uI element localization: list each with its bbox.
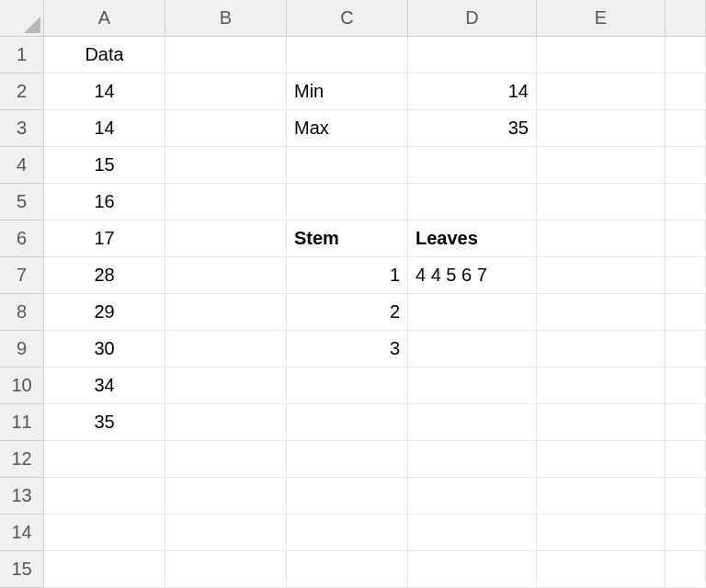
row-header-5[interactable]: 5	[0, 184, 44, 220]
cell-D11[interactable]	[408, 404, 537, 441]
cell-C8[interactable]: 2	[287, 294, 408, 331]
cell-D5[interactable]	[408, 184, 537, 220]
col-header-D[interactable]: D	[408, 0, 537, 37]
cell-C9[interactable]: 3	[287, 331, 408, 368]
col-header-extra[interactable]	[666, 0, 706, 37]
cell-A6[interactable]: 17	[44, 220, 165, 257]
cell-C7[interactable]: 1	[287, 257, 408, 294]
spreadsheet-grid[interactable]: ABCDE1Data214Min14314Max35415516617StemL…	[0, 0, 706, 588]
cell-B15[interactable]	[165, 551, 287, 588]
row-header-14[interactable]: 14	[0, 514, 44, 551]
cell-D14[interactable]	[408, 514, 537, 551]
cell-A4[interactable]: 15	[44, 147, 165, 184]
cell-B9[interactable]	[165, 331, 287, 368]
cell-A2[interactable]: 14	[44, 74, 165, 110]
cell-extra-12[interactable]	[666, 441, 706, 478]
cell-C13[interactable]	[287, 478, 408, 514]
cell-E13[interactable]	[537, 478, 666, 514]
row-header-3[interactable]: 3	[0, 110, 44, 147]
cell-D8[interactable]	[408, 294, 537, 331]
cell-A7[interactable]: 28	[44, 257, 165, 294]
row-header-4[interactable]: 4	[0, 147, 44, 184]
cell-extra-10[interactable]	[666, 368, 706, 404]
cell-D6[interactable]: Leaves	[408, 220, 537, 257]
cell-E9[interactable]	[537, 331, 666, 368]
cell-A10[interactable]: 34	[44, 368, 165, 404]
cell-C12[interactable]	[287, 441, 408, 478]
cell-A13[interactable]	[44, 478, 165, 514]
row-header-10[interactable]: 10	[0, 368, 44, 404]
cell-D15[interactable]	[408, 551, 537, 588]
row-header-15[interactable]: 15	[0, 551, 44, 588]
cell-D9[interactable]	[408, 331, 537, 368]
row-header-11[interactable]: 11	[0, 404, 44, 441]
cell-A5[interactable]: 16	[44, 184, 165, 220]
select-all-corner[interactable]	[0, 0, 44, 37]
cell-extra-15[interactable]	[666, 551, 706, 588]
cell-A11[interactable]: 35	[44, 404, 165, 441]
row-header-7[interactable]: 7	[0, 257, 44, 294]
cell-C4[interactable]	[287, 147, 408, 184]
col-header-A[interactable]: A	[44, 0, 165, 37]
row-header-6[interactable]: 6	[0, 220, 44, 257]
cell-E10[interactable]	[537, 368, 666, 404]
cell-E6[interactable]	[537, 220, 666, 257]
cell-E4[interactable]	[537, 147, 666, 184]
cell-extra-9[interactable]	[666, 331, 706, 368]
cell-D12[interactable]	[408, 441, 537, 478]
cell-A8[interactable]: 29	[44, 294, 165, 331]
cell-C6[interactable]: Stem	[287, 220, 408, 257]
cell-A12[interactable]	[44, 441, 165, 478]
cell-D2[interactable]: 14	[408, 74, 537, 110]
col-header-E[interactable]: E	[537, 0, 666, 37]
cell-extra-14[interactable]	[666, 514, 706, 551]
cell-A1[interactable]: Data	[44, 37, 165, 74]
cell-extra-1[interactable]	[666, 37, 706, 74]
row-header-12[interactable]: 12	[0, 441, 44, 478]
cell-E1[interactable]	[537, 37, 666, 74]
cell-D13[interactable]	[408, 478, 537, 514]
cell-D4[interactable]	[408, 147, 537, 184]
cell-A3[interactable]: 14	[44, 110, 165, 147]
cell-extra-5[interactable]	[666, 184, 706, 220]
cell-D7[interactable]: 4 4 5 6 7	[408, 257, 537, 294]
cell-B2[interactable]	[165, 74, 287, 110]
cell-B5[interactable]	[165, 184, 287, 220]
cell-extra-13[interactable]	[666, 478, 706, 514]
col-header-B[interactable]: B	[165, 0, 287, 37]
row-header-9[interactable]: 9	[0, 331, 44, 368]
cell-E3[interactable]	[537, 110, 666, 147]
row-header-2[interactable]: 2	[0, 74, 44, 110]
cell-B3[interactable]	[165, 110, 287, 147]
cell-C3[interactable]: Max	[287, 110, 408, 147]
cell-E14[interactable]	[537, 514, 666, 551]
cell-D3[interactable]: 35	[408, 110, 537, 147]
cell-E15[interactable]	[537, 551, 666, 588]
cell-A15[interactable]	[44, 551, 165, 588]
cell-C15[interactable]	[287, 551, 408, 588]
cell-B4[interactable]	[165, 147, 287, 184]
cell-B6[interactable]	[165, 220, 287, 257]
cell-E11[interactable]	[537, 404, 666, 441]
cell-C2[interactable]: Min	[287, 74, 408, 110]
cell-B13[interactable]	[165, 478, 287, 514]
cell-C10[interactable]	[287, 368, 408, 404]
cell-E8[interactable]	[537, 294, 666, 331]
cell-D10[interactable]	[408, 368, 537, 404]
cell-B1[interactable]	[165, 37, 287, 74]
cell-C14[interactable]	[287, 514, 408, 551]
cell-B14[interactable]	[165, 514, 287, 551]
col-header-C[interactable]: C	[287, 0, 408, 37]
cell-A9[interactable]: 30	[44, 331, 165, 368]
cell-B11[interactable]	[165, 404, 287, 441]
cell-E2[interactable]	[537, 74, 666, 110]
cell-E7[interactable]	[537, 257, 666, 294]
row-header-1[interactable]: 1	[0, 37, 44, 74]
cell-C5[interactable]	[287, 184, 408, 220]
cell-extra-4[interactable]	[666, 147, 706, 184]
cell-C1[interactable]	[287, 37, 408, 74]
cell-D1[interactable]	[408, 37, 537, 74]
cell-extra-7[interactable]	[666, 257, 706, 294]
cell-extra-2[interactable]	[666, 74, 706, 110]
cell-B10[interactable]	[165, 368, 287, 404]
